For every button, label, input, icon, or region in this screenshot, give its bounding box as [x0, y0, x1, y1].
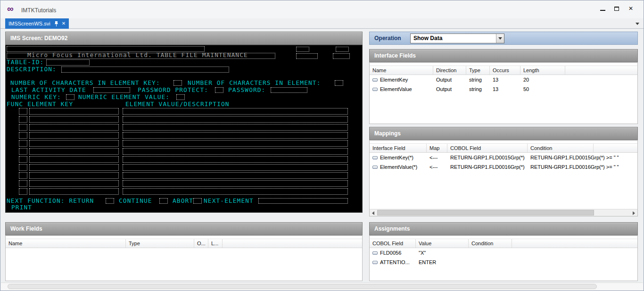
screen-field-box[interactable] [46, 59, 90, 66]
screen-field-box[interactable] [123, 124, 348, 131]
screen-field-box[interactable] [29, 156, 119, 163]
screen-field-box[interactable] [123, 156, 348, 163]
screen-field-box[interactable] [29, 140, 119, 147]
field-icon [372, 78, 378, 82]
cell-text: RETURN-GRP1.FLD0016Grp(*) >= " " [530, 164, 619, 170]
column-header[interactable]: Condition [528, 144, 594, 152]
screen-field-box[interactable] [123, 148, 348, 155]
screen-field-box[interactable] [29, 180, 119, 187]
screen-field-box[interactable] [19, 164, 27, 171]
screen-field-box[interactable] [19, 148, 27, 155]
maximize-button[interactable] [610, 3, 624, 14]
field-icon [372, 166, 378, 169]
column-header[interactable]: Map [427, 144, 447, 152]
screen-field-box[interactable] [61, 67, 229, 73]
tab-list-dropdown-icon[interactable] [636, 23, 639, 25]
table-row[interactable]: FLD0056"X" [370, 248, 637, 258]
scroll-right-arrow-icon[interactable] [633, 211, 635, 215]
tab-imsscreenws[interactable]: IMSScreenWS.svi ✕ [5, 18, 69, 29]
column-header[interactable]: L... [208, 239, 223, 248]
screen-field-box[interactable] [193, 198, 202, 204]
scroll-left-arrow-icon[interactable] [372, 211, 374, 215]
screen-field-box[interactable] [123, 108, 348, 115]
screen-field-box[interactable] [271, 87, 307, 93]
table-row[interactable]: ElementValue(*)<---RETURN-GRP1.FLD0016Gr… [370, 162, 637, 172]
column-header[interactable]: Occurs [490, 66, 520, 75]
screen-field-box[interactable] [159, 198, 168, 204]
screen-field-box[interactable] [19, 124, 27, 131]
screen-field-box[interactable] [333, 53, 350, 59]
column-header[interactable]: Interface Field [370, 144, 427, 152]
screen-field-box[interactable] [176, 94, 185, 100]
table-row[interactable]: ElementValueOutputstring1350 [370, 84, 637, 94]
column-header[interactable]: Value [416, 239, 469, 248]
screen-field-box[interactable] [19, 108, 27, 115]
screen-text: DESCRIPTION: [7, 66, 57, 73]
screen-field-box[interactable] [29, 172, 119, 179]
screen-field-box[interactable] [29, 188, 119, 195]
column-header[interactable]: Type [466, 66, 490, 75]
screen-field-box[interactable] [19, 116, 27, 123]
column-header[interactable]: O... [194, 239, 208, 248]
screen-field-box[interactable] [335, 80, 343, 86]
minimize-button[interactable] [595, 3, 610, 14]
combo-dropdown-button[interactable] [496, 34, 504, 43]
table-row[interactable]: ElementKey(*)<---RETURN-GRP1.FLD0015Grp(… [370, 153, 637, 162]
column-header[interactable]: COBOL Field [370, 239, 416, 248]
window-horizontal-scrollbar[interactable] [1, 283, 643, 290]
scrollbar-thumb[interactable] [377, 210, 594, 216]
screen-field-box[interactable] [336, 47, 349, 52]
screen-field-box[interactable] [123, 180, 348, 187]
screen-field-box[interactable] [29, 148, 119, 155]
screen-text: NEXT-ELEMENT [204, 198, 254, 204]
ims-screen-designer[interactable]: Micro Focus International Ltd. TABLE FIL… [5, 45, 363, 213]
maximize-icon [614, 7, 619, 11]
screen-field-box[interactable] [296, 47, 309, 52]
column-header[interactable]: Direction [433, 66, 466, 75]
column-header[interactable]: Name [6, 239, 126, 248]
screen-field-box[interactable] [258, 198, 348, 204]
screen-field-box[interactable] [19, 172, 27, 179]
table-row[interactable]: ElementKeyOutputstring1320 [370, 75, 637, 84]
screen-field-box[interactable] [29, 124, 119, 131]
screen-field-box[interactable] [123, 116, 348, 123]
visual-studio-logo-icon: ∞ [7, 3, 14, 15]
column-header[interactable]: Condition [469, 239, 512, 248]
screen-field-box[interactable] [29, 132, 119, 139]
operation-dropdown[interactable]: Show Data [410, 33, 504, 43]
screen-field-box[interactable] [173, 80, 182, 86]
cell-text: 20 [523, 77, 529, 83]
screen-field-box[interactable] [19, 140, 27, 147]
scrollbar-thumb[interactable] [8, 284, 597, 289]
screen-field-box[interactable] [19, 188, 27, 195]
column-header[interactable]: COBOL Field [447, 144, 528, 152]
screen-field-box[interactable] [19, 156, 27, 163]
screen-field-box[interactable] [7, 53, 275, 59]
screen-field-box[interactable] [123, 164, 348, 171]
screen-field-box[interactable] [19, 132, 27, 139]
screen-field-box[interactable] [123, 140, 348, 147]
screen-field-box[interactable] [7, 46, 205, 52]
column-header[interactable]: Type [126, 239, 194, 248]
screen-field-box[interactable] [93, 87, 130, 93]
screen-field-box[interactable] [29, 164, 119, 171]
screen-field-box[interactable] [19, 180, 27, 187]
column-header[interactable]: Name [370, 66, 433, 75]
column-header-filler [565, 66, 637, 75]
screen-field-box[interactable] [106, 198, 114, 204]
screen-field-box[interactable] [29, 116, 119, 123]
table-row[interactable]: ATTENTIO...ENTER [370, 258, 637, 267]
mappings-horizontal-scrollbar[interactable] [370, 209, 637, 216]
screen-field-box[interactable] [123, 172, 348, 179]
screen-field-box[interactable] [296, 53, 318, 59]
screen-text: NUMERIC KEY: [11, 94, 61, 100]
screen-field-box[interactable] [123, 132, 348, 139]
close-button[interactable]: ✕ [624, 3, 638, 14]
screen-field-box[interactable] [215, 87, 223, 93]
column-header[interactable]: Length [520, 66, 565, 75]
pin-icon[interactable] [54, 21, 58, 26]
screen-field-box[interactable] [66, 94, 74, 100]
screen-field-box[interactable] [29, 108, 119, 115]
screen-field-box[interactable] [123, 188, 348, 195]
tab-close-icon[interactable]: ✕ [62, 21, 66, 26]
